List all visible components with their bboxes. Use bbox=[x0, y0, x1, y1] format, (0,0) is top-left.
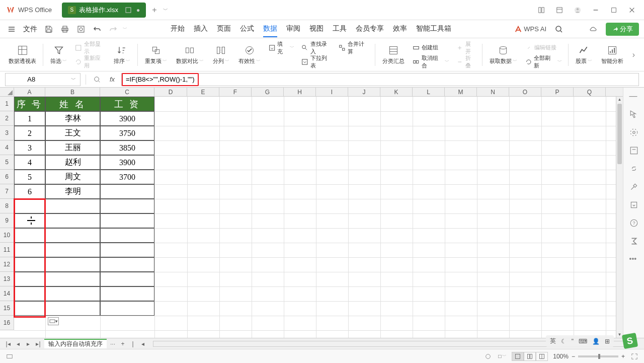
formula-input[interactable]: =IF(B8<>"",ROW()-1,"") bbox=[121, 73, 639, 86]
cell[interactable] bbox=[45, 301, 100, 316]
avatar-icon[interactable] bbox=[570, 2, 586, 18]
ime-bar[interactable]: 英 ☾ " ⌨ 👤 ⊞ bbox=[546, 335, 614, 347]
cell[interactable]: 3900 bbox=[100, 111, 154, 126]
print-icon[interactable] bbox=[58, 23, 71, 36]
row-header-12[interactable]: 12 bbox=[0, 257, 14, 272]
win-icon-2[interactable] bbox=[551, 2, 568, 18]
tab-formula[interactable]: 公式 bbox=[240, 21, 254, 37]
panel-properties-icon[interactable] bbox=[629, 146, 638, 155]
cell[interactable]: 3850 bbox=[100, 140, 154, 155]
col-header-O[interactable]: O bbox=[509, 88, 541, 96]
view-normal-icon[interactable] bbox=[512, 352, 524, 361]
panel-sum-icon[interactable] bbox=[629, 237, 638, 246]
row-header-5[interactable]: 5 bbox=[0, 155, 14, 170]
menu-hamburger-icon[interactable] bbox=[5, 23, 18, 36]
sort-button[interactable]: 排序﹀ bbox=[110, 38, 134, 71]
ime-grid-icon[interactable]: ⊞ bbox=[605, 338, 610, 345]
tab-insert[interactable]: 插入 bbox=[194, 21, 208, 37]
name-box[interactable]: A8 ﹀ bbox=[5, 73, 80, 86]
cell[interactable] bbox=[14, 257, 45, 272]
row-header-13[interactable]: 13 bbox=[0, 272, 14, 286]
dropdown-button[interactable]: 下拉列表 bbox=[301, 56, 332, 68]
ungroup-button[interactable]: 取消组合﹀ bbox=[413, 56, 449, 68]
new-tab-button[interactable]: + bbox=[152, 6, 156, 15]
zoom-out-button[interactable]: − bbox=[572, 353, 575, 360]
row-header-3[interactable]: 3 bbox=[0, 126, 14, 140]
cell[interactable] bbox=[100, 301, 154, 316]
scroll-thumb[interactable] bbox=[617, 104, 622, 164]
col-header-M[interactable]: M bbox=[445, 88, 477, 96]
cell[interactable]: 周文 bbox=[45, 170, 100, 184]
row-header-9[interactable]: 9 bbox=[0, 213, 14, 228]
row-header-16[interactable]: 16 bbox=[0, 316, 14, 330]
sheet-first-icon[interactable]: |◂ bbox=[4, 340, 12, 347]
cell[interactable] bbox=[45, 272, 100, 286]
cell[interactable] bbox=[45, 243, 100, 257]
col-header-Q[interactable]: Q bbox=[574, 88, 606, 96]
undo-icon[interactable] bbox=[91, 23, 104, 36]
wps-ai-button[interactable]: WPS AI bbox=[515, 25, 546, 33]
tab-tools[interactable]: 工具 bbox=[333, 21, 347, 37]
cell[interactable]: 王丽 bbox=[45, 140, 100, 155]
zoom-formula-icon[interactable] bbox=[91, 74, 103, 86]
cell[interactable] bbox=[100, 228, 154, 243]
cell[interactable] bbox=[100, 213, 154, 228]
cell[interactable] bbox=[45, 228, 100, 243]
col-header-L[interactable]: L bbox=[413, 88, 445, 96]
cell[interactable]: 5 bbox=[14, 170, 45, 184]
col-header-P[interactable]: P bbox=[541, 88, 574, 96]
tab-menu-chevron[interactable]: ﹀ bbox=[163, 7, 168, 14]
cell[interactable]: 1 bbox=[14, 111, 45, 126]
ime-comma-icon[interactable]: " bbox=[572, 338, 574, 345]
row-header-11[interactable]: 11 bbox=[0, 243, 14, 257]
row-header-6[interactable]: 6 bbox=[0, 170, 14, 184]
sheet-prev-icon[interactable]: ◂ bbox=[14, 340, 22, 347]
tab-view[interactable]: 视图 bbox=[309, 21, 324, 37]
row-header-4[interactable]: 4 bbox=[0, 140, 14, 155]
cell[interactable]: 3750 bbox=[100, 126, 154, 140]
add-sheet-button[interactable]: + bbox=[119, 340, 127, 347]
sb-icon-1[interactable] bbox=[484, 352, 493, 361]
select-all-button[interactable] bbox=[0, 88, 14, 96]
header-salary[interactable]: 工 资 bbox=[100, 97, 154, 111]
qat-chevron-icon[interactable]: ﹀ bbox=[123, 26, 127, 32]
duplicates-button[interactable]: 重复项﹀ bbox=[141, 38, 171, 71]
zoom-slider[interactable] bbox=[578, 355, 618, 357]
cell[interactable] bbox=[100, 199, 154, 213]
cell[interactable]: 李林 bbox=[45, 111, 100, 126]
cell[interactable]: 王文 bbox=[45, 126, 100, 140]
cell[interactable]: 3700 bbox=[100, 170, 154, 184]
sogou-ime-icon[interactable]: S bbox=[622, 333, 638, 349]
hscroll-left-icon[interactable]: ◂ bbox=[139, 340, 147, 347]
cell[interactable] bbox=[100, 272, 154, 286]
cell[interactable]: 赵利 bbox=[45, 155, 100, 170]
row-header-10[interactable]: 10 bbox=[0, 228, 14, 243]
cell[interactable] bbox=[100, 286, 154, 301]
header-name[interactable]: 姓 名 bbox=[45, 97, 100, 111]
header-seq[interactable]: 序 号 bbox=[14, 97, 45, 111]
fx-icon[interactable]: fx bbox=[106, 74, 118, 86]
cell[interactable]: 2 bbox=[14, 126, 45, 140]
close-button[interactable] bbox=[624, 2, 640, 18]
panel-more-icon[interactable]: ••• bbox=[629, 255, 638, 264]
row-header-7[interactable]: 7 bbox=[0, 184, 14, 199]
validation-button[interactable]: 有效性﹀ bbox=[234, 38, 265, 71]
col-header-J[interactable]: J bbox=[348, 88, 380, 96]
cell[interactable]: 3900 bbox=[100, 155, 154, 170]
sheet-tab-active[interactable]: 输入内容自动填充序 bbox=[44, 339, 107, 348]
row-header-2[interactable]: 2 bbox=[0, 111, 14, 126]
file-menu[interactable]: 文件 bbox=[21, 25, 39, 34]
tab-smart-toolbox[interactable]: 智能工具箱 bbox=[416, 21, 451, 37]
view-page-icon[interactable] bbox=[524, 352, 536, 361]
refresh-all-button[interactable]: 全部刷新﹀ bbox=[525, 56, 562, 68]
show-all-button[interactable]: 全部显示 bbox=[75, 42, 105, 54]
tab-window-icon[interactable] bbox=[125, 7, 131, 13]
cell[interactable]: 3 bbox=[14, 140, 45, 155]
cloud-icon[interactable] bbox=[587, 23, 600, 36]
autofill-options-button[interactable]: ▾ bbox=[48, 317, 59, 325]
redo-icon[interactable] bbox=[107, 23, 120, 36]
document-tab[interactable]: S 表格操作.xlsx ● bbox=[62, 3, 146, 18]
row-header-8[interactable]: 8 bbox=[0, 199, 14, 213]
cell[interactable] bbox=[100, 184, 154, 199]
reapply-button[interactable]: 重新应用 bbox=[75, 56, 105, 68]
